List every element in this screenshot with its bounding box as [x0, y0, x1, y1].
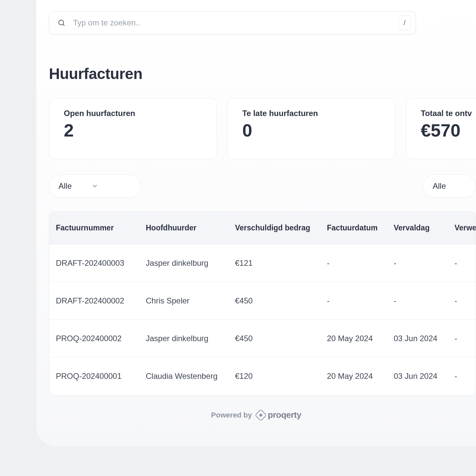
- stat-card-late: Te late huurfacturen 0: [227, 98, 395, 159]
- powered-by-label: Powered by: [211, 411, 252, 419]
- cell-tenant: Claudia Westenberg: [146, 372, 235, 381]
- cell-number: PROQ-202400001: [56, 372, 146, 381]
- cell-processed: -: [455, 372, 476, 381]
- search-icon: [58, 19, 65, 26]
- page-title: Huurfacturen: [49, 65, 142, 83]
- dropdown-selected: Alle: [59, 181, 72, 191]
- stat-value: €570: [421, 120, 476, 140]
- cell-date: 20 May 2024: [327, 372, 394, 381]
- cell-tenant: Jasper dinkelburg: [146, 258, 235, 268]
- search-bar[interactable]: /: [49, 11, 416, 34]
- column-header-tenant: Hoofdhuurder: [146, 223, 235, 232]
- cell-amount: €120: [235, 372, 327, 381]
- cell-amount: €121: [235, 258, 327, 268]
- search-input[interactable]: [65, 18, 398, 27]
- brand-logo-icon: [255, 409, 267, 421]
- cell-number: DRAFT-202400003: [56, 258, 146, 268]
- cell-tenant: Jasper dinkelburg: [146, 334, 235, 343]
- cell-date: -: [327, 296, 394, 305]
- cell-amount: €450: [235, 296, 327, 305]
- cell-due: 03 Jun 2024: [394, 372, 455, 381]
- cell-due: -: [394, 296, 455, 305]
- column-header-amount: Verschuldigd bedrag: [235, 223, 327, 232]
- cell-amount: €450: [235, 334, 327, 343]
- column-header-processed: Verwer: [455, 223, 476, 232]
- stat-card-total: Totaal te ontv €570: [406, 98, 476, 159]
- filters-row: Alle Alle: [49, 175, 476, 198]
- cell-processed: -: [455, 296, 476, 305]
- cell-due: -: [394, 258, 455, 268]
- stat-label: Totaal te ontv: [421, 109, 476, 118]
- stat-card-open: Open huurfacturen 2: [49, 98, 217, 159]
- stat-value: 0: [242, 120, 380, 140]
- cell-processed: -: [455, 334, 476, 343]
- invoices-table: Factuurnummer Hoofdhuurder Verschuldigd …: [49, 212, 476, 395]
- brand-name: proqerty: [268, 410, 301, 420]
- table-row[interactable]: PROQ-202400002 Jasper dinkelburg €450 20…: [49, 320, 476, 357]
- search-shortcut-key: /: [398, 16, 411, 30]
- page-container: / Huurfacturen Open huurfacturen 2 Te la…: [36, 0, 476, 446]
- svg-line-1: [63, 24, 64, 26]
- chevron-down-icon: [92, 183, 98, 189]
- dropdown-selected: Alle: [433, 181, 446, 191]
- cell-number: PROQ-202400002: [56, 334, 146, 343]
- table-row[interactable]: DRAFT-202400002 Chris Speler €450 - - -: [49, 282, 476, 320]
- column-header-date: Factuurdatum: [327, 223, 394, 232]
- stat-label: Open huurfacturen: [64, 109, 202, 118]
- cell-processed: -: [455, 258, 476, 268]
- column-header-due: Vervaldag: [394, 223, 455, 232]
- cell-tenant: Chris Speler: [146, 296, 235, 305]
- stat-value: 2: [64, 120, 202, 140]
- filter-dropdown-left[interactable]: Alle: [49, 175, 141, 198]
- filter-dropdown-right[interactable]: Alle: [423, 175, 476, 198]
- table-header-row: Factuurnummer Hoofdhuurder Verschuldigd …: [49, 212, 476, 244]
- table-row[interactable]: DRAFT-202400003 Jasper dinkelburg €121 -…: [49, 244, 476, 282]
- brand: proqerty: [257, 410, 301, 420]
- table-row[interactable]: PROQ-202400001 Claudia Westenberg €120 2…: [49, 357, 476, 395]
- stat-label: Te late huurfacturen: [242, 109, 380, 118]
- cell-date: -: [327, 258, 394, 268]
- cell-date: 20 May 2024: [327, 334, 394, 343]
- stat-cards-row: Open huurfacturen 2 Te late huurfacturen…: [49, 98, 476, 159]
- cell-due: 03 Jun 2024: [394, 334, 455, 343]
- column-header-number: Factuurnummer: [56, 223, 146, 232]
- cell-number: DRAFT-202400002: [56, 296, 146, 305]
- footer: Powered by proqerty: [36, 410, 476, 420]
